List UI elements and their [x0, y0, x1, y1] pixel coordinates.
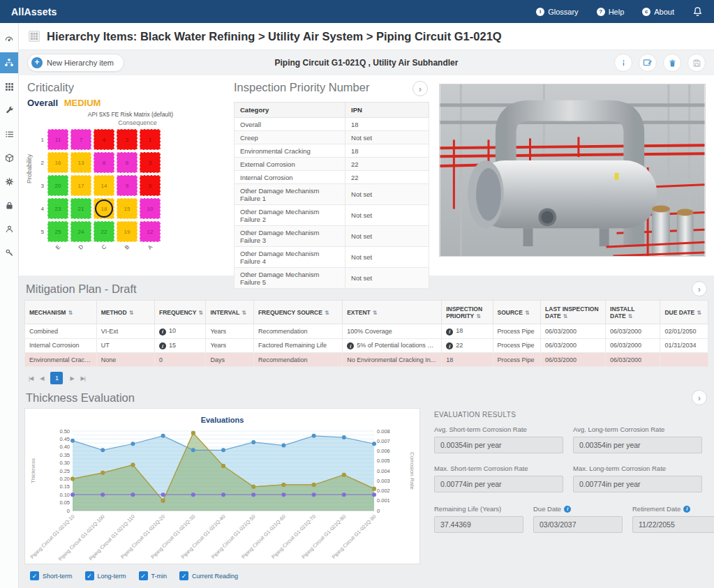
mitigation-column-header[interactable]: LAST INSPECTION DATE⇅: [541, 301, 606, 324]
result-field-label: Avg. Short-term Corrosion Rate: [434, 425, 563, 433]
nav-link-glossary[interactable]: iGlossary: [536, 8, 578, 16]
sort-icon: ⇅: [697, 310, 701, 316]
svg-text:Corrosion Rate: Corrosion Rate: [409, 452, 415, 490]
hierarchy-grid-icon[interactable]: [29, 31, 40, 42]
ipn-cell: Environmental Cracking: [235, 144, 345, 158]
mitigation-column-header[interactable]: INTERVAL⇅: [206, 301, 254, 324]
ipn-cell: 22: [345, 158, 429, 171]
checkbox-checked-icon[interactable]: ✓: [85, 571, 94, 580]
ipn-cell: Not set: [345, 247, 429, 268]
mitigation-row: Environmental CrackingNone0DaysRecommend…: [25, 353, 708, 367]
risk-cell: 2: [117, 129, 137, 150]
mitigation-column-header[interactable]: SOURCE⇅: [493, 301, 541, 324]
sidebar-item-dashboard[interactable]: [0, 29, 18, 50]
checkbox-checked-icon[interactable]: ✓: [139, 571, 148, 580]
app-window: AllAssets iGlossary?HelpcAbout Hie: [0, 0, 714, 588]
info-button[interactable]: [614, 54, 632, 72]
ipn-row: Internal Corrosion22: [235, 171, 429, 184]
mitigation-cell: i10: [154, 324, 205, 339]
mitigation-heading: Mitigation Plan - Draft: [26, 282, 137, 296]
question-circle-icon: ?: [597, 8, 605, 16]
nav-link-label: About: [654, 8, 674, 16]
sidebar-item-tools[interactable]: [0, 100, 18, 121]
svg-text:0.001: 0.001: [377, 497, 390, 504]
edit-button[interactable]: [639, 54, 657, 72]
risk-cell: 4: [94, 129, 114, 150]
risk-cell: 16: [47, 152, 68, 173]
column-label: MECHANISM: [29, 309, 66, 316]
legend-label: Current Reading: [192, 573, 238, 580]
thickness-heading: Thickness Evaluation: [26, 391, 135, 405]
info-icon: i: [564, 506, 571, 513]
sidebar-item-list[interactable]: [0, 123, 18, 144]
ipn-section: Inspection Priority Number › CategoryIPN…: [234, 81, 429, 269]
risk-cell: 22: [94, 221, 114, 242]
save-button[interactable]: [687, 54, 706, 72]
ipn-cell: Not set: [345, 226, 429, 247]
checkbox-checked-icon[interactable]: ✓: [30, 571, 39, 580]
next-page-button[interactable]: ▶: [70, 375, 73, 382]
mitigation-column-header[interactable]: INSTALL DATE⇅: [606, 301, 660, 324]
delete-trash-button[interactable]: [663, 54, 681, 72]
risk-cell: 6: [117, 152, 137, 173]
ipn-expand-chevron-icon[interactable]: ›: [412, 81, 428, 96]
mitigation-column-header[interactable]: DUE DATE⇅: [660, 301, 708, 324]
info-circle-icon: i: [536, 8, 544, 16]
result-field-label: Remaining Life (Years): [434, 505, 523, 513]
notifications-bell-icon[interactable]: [692, 6, 703, 17]
sidebar-item-user-icon[interactable]: [0, 218, 18, 239]
ipn-cell: Creep: [235, 131, 345, 144]
sidebar-item-matrix[interactable]: [0, 76, 18, 97]
sidebar-item-hierarchy[interactable]: [0, 52, 18, 73]
nav-link-label: Help: [609, 8, 625, 16]
mitigation-cell: Internal Corrosion: [25, 338, 97, 353]
sort-icon: ⇅: [525, 310, 530, 316]
mitigation-cell: 01/31/2034: [660, 338, 708, 353]
mitigation-column-header[interactable]: FREQUENCY SOURCE⇅: [253, 301, 342, 324]
mitigation-column-header[interactable]: FREQUENCY⇅: [154, 301, 205, 324]
risk-cell: 3: [140, 152, 161, 173]
mitigation-cell: i22: [442, 338, 493, 353]
top-navbar: AllAssets iGlossary?HelpcAbout: [0, 0, 714, 23]
mitigation-expand-chevron-icon[interactable]: ›: [692, 281, 707, 296]
prev-page-button[interactable]: ◀: [40, 375, 43, 382]
ipn-cell: Other Damage Mechanism Failure 2: [235, 205, 345, 226]
column-label: EXTENT: [347, 309, 371, 316]
svg-text:0.15: 0.15: [59, 483, 70, 490]
sidebar-item-key-icon[interactable]: [0, 242, 18, 263]
mitigation-cell: No Environmental Cracking In...: [343, 353, 442, 367]
checkbox-checked-icon[interactable]: ✓: [179, 571, 188, 580]
legend-label: Long-term: [98, 573, 126, 580]
legend-item-t-min[interactable]: ✓T-min: [139, 571, 168, 580]
mitigation-column-header[interactable]: METHOD⇅: [96, 301, 154, 324]
chart-title: Evaluations: [28, 416, 417, 424]
mitigation-column-header[interactable]: MECHANISM⇅: [25, 301, 97, 324]
mitigation-cell: 06/03/2000: [541, 324, 606, 339]
ipn-column-header: Category: [235, 103, 345, 118]
first-page-button[interactable]: |◀: [29, 375, 33, 382]
last-page-button[interactable]: ▶|: [81, 375, 85, 382]
sidebar-item-package[interactable]: [0, 147, 18, 168]
mitigation-column-header[interactable]: INSPECTION PRIORITY⇅: [442, 301, 493, 324]
svg-text:0: 0: [377, 508, 380, 514]
thickness-expand-chevron-icon[interactable]: ›: [692, 390, 707, 405]
sidebar-item-lock-icon[interactable]: [0, 195, 18, 216]
nav-link-about[interactable]: cAbout: [642, 8, 674, 16]
sidebar-item-settings-gear-icon[interactable]: [0, 171, 18, 192]
legend-label: T-min: [151, 573, 168, 580]
evaluations-chart: 00.050.100.150.200.250.300.350.400.450.5…: [28, 424, 417, 564]
column-label: DUE DATE: [664, 309, 694, 316]
probability-axis-label: Probability: [26, 154, 33, 183]
page-number-button[interactable]: 1: [50, 372, 63, 384]
legend-item-short-term[interactable]: ✓Short-term: [30, 571, 73, 580]
result-field-value: 0.00774in per year: [434, 476, 563, 492]
ipn-cell: Other Damage Mechanism Failure 4: [235, 247, 345, 268]
legend-item-long-term[interactable]: ✓Long-term: [85, 571, 126, 580]
mitigation-column-header[interactable]: EXTENT⇅: [343, 301, 442, 324]
ipn-cell: Overall: [235, 118, 345, 131]
svg-text:0.50: 0.50: [59, 428, 70, 435]
result-field-value: 11/22/2055: [632, 516, 714, 533]
new-hierarchy-item-button[interactable]: + New Hierarchy item: [27, 54, 124, 72]
nav-link-help[interactable]: ?Help: [597, 8, 625, 16]
legend-item-current-reading[interactable]: ✓Current Reading: [179, 571, 238, 580]
